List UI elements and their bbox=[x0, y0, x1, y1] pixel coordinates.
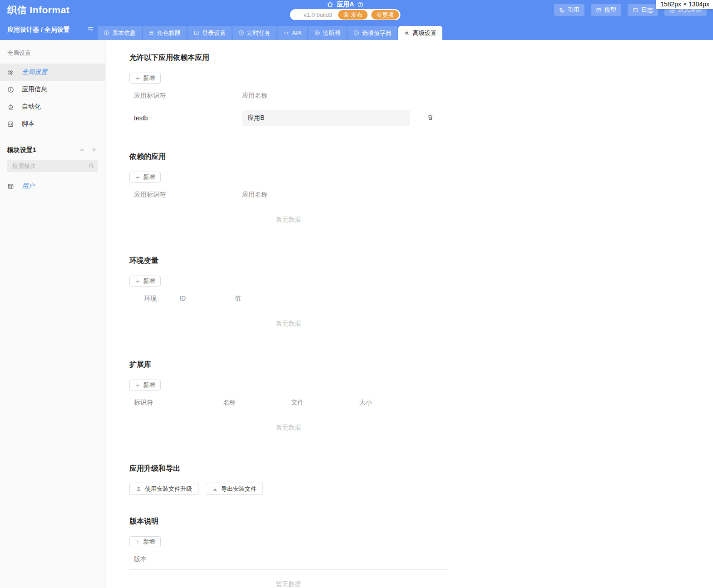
empty-state: 暂无数据 bbox=[129, 309, 447, 338]
add-button-label: 新增 bbox=[143, 277, 155, 285]
sidebar-item-global-settings[interactable]: 全局设置 bbox=[0, 64, 105, 81]
model-button[interactable]: 模型 bbox=[591, 4, 621, 16]
triangle-icon bbox=[79, 147, 85, 153]
section-title: 允许以下应用依赖本应用 bbox=[129, 53, 447, 63]
section-allowed-dependents: 允许以下应用依赖本应用 新增 应用标识符 应用名称 testb bbox=[129, 53, 447, 130]
column-header: 名称 bbox=[195, 399, 263, 407]
tab-label: 基本信息 bbox=[112, 29, 136, 37]
tab-login-settings[interactable]: 登录设置 bbox=[188, 26, 232, 40]
add-module-button[interactable] bbox=[90, 146, 98, 154]
script-file-icon bbox=[7, 121, 14, 128]
sidebar-item-label: 自动化 bbox=[22, 103, 41, 111]
reference-label: 引用 bbox=[568, 6, 579, 14]
info-circle-icon bbox=[7, 86, 14, 93]
tab-scheduled-tasks[interactable]: 定时任务 bbox=[233, 26, 277, 40]
column-header: 应用名称 bbox=[242, 191, 447, 199]
changes-button[interactable]: 变更项 bbox=[371, 10, 399, 20]
tab-label: 定时任务 bbox=[247, 29, 271, 37]
add-button-label: 新增 bbox=[143, 74, 155, 82]
tab-label: API bbox=[292, 30, 302, 36]
tab-role-permissions[interactable]: 角色权限 bbox=[143, 26, 187, 40]
home-icon[interactable] bbox=[327, 1, 333, 8]
publish-label: 发布 bbox=[351, 11, 362, 19]
sidebar-item-script[interactable]: 脚本 bbox=[0, 115, 105, 133]
tab-advanced-settings[interactable]: 高级设置 bbox=[398, 26, 442, 40]
settings-tabs: 基本信息 角色权限 登录设置 定时任务 API bbox=[98, 20, 442, 40]
gear-icon bbox=[404, 30, 410, 36]
empty-state: 暂无数据 bbox=[129, 570, 447, 588]
tab-label: 高级设置 bbox=[413, 29, 436, 37]
module-collapse-button[interactable] bbox=[78, 146, 86, 154]
section-title: 环境变量 bbox=[129, 256, 447, 266]
add-button-label: 新增 bbox=[143, 173, 155, 181]
module-search-input[interactable] bbox=[7, 160, 98, 172]
column-header: 应用标识符 bbox=[129, 92, 242, 100]
publish-button[interactable]: 发布 bbox=[338, 10, 367, 20]
sidebar-item-app-info[interactable]: 应用信息 bbox=[0, 81, 105, 98]
add-button-label: 新增 bbox=[143, 381, 155, 389]
delete-row-button[interactable] bbox=[427, 114, 434, 123]
sidebar-item-automation[interactable]: 自动化 bbox=[0, 98, 105, 115]
tab-api[interactable]: API bbox=[277, 26, 307, 40]
add-button-label: 新增 bbox=[143, 538, 155, 546]
add-button[interactable]: 新增 bbox=[129, 172, 161, 183]
module-section-header: 模块设置1 bbox=[0, 145, 105, 155]
add-button[interactable]: 新增 bbox=[129, 73, 161, 84]
table-header: 应用标识符 应用名称 bbox=[129, 92, 447, 106]
column-header: 应用名称 bbox=[242, 92, 447, 100]
plus-icon bbox=[135, 279, 140, 284]
clock-icon bbox=[238, 30, 244, 36]
login-box-icon bbox=[193, 30, 199, 36]
add-button[interactable]: 新增 bbox=[129, 276, 161, 287]
column-header: 大小 bbox=[332, 399, 400, 407]
tab-option-dictionary[interactable]: 选项值字典 bbox=[347, 26, 397, 40]
app-name-input[interactable] bbox=[242, 110, 410, 126]
outdent-icon bbox=[87, 26, 94, 33]
tab-basic-info[interactable]: 基本信息 bbox=[98, 26, 142, 40]
section-env-variables: 环境变量 新增 环境 ID 值 暂无数据 bbox=[129, 256, 447, 338]
upgrade-export-buttons: 使用安装文件升级 导出安装文件 bbox=[129, 483, 447, 495]
collapse-sidebar-button[interactable] bbox=[87, 25, 94, 35]
log-button[interactable]: 日志 bbox=[628, 4, 658, 16]
log-label: 日志 bbox=[641, 6, 653, 14]
sidebar-section-label: 全局设置 bbox=[0, 49, 105, 57]
app-header: 织信 Informat 应用A v1.0 build3 发布 变更项 bbox=[0, 0, 713, 20]
upgrade-from-file-button[interactable]: 使用安装文件升级 bbox=[129, 483, 198, 495]
add-button[interactable]: 新增 bbox=[129, 536, 161, 547]
breadcrumb: 应用设计器 / 全局设置 bbox=[0, 20, 87, 40]
export-install-file-button[interactable]: 导出安装文件 bbox=[206, 483, 263, 495]
section-extension-libs: 扩展库 新增 标识符 名称 文件 大小 暂无数据 bbox=[129, 360, 447, 442]
column-header: 版本 bbox=[129, 555, 147, 563]
column-header: 应用标识符 bbox=[129, 191, 242, 199]
empty-state: 暂无数据 bbox=[129, 413, 447, 442]
table-row: testb bbox=[129, 106, 447, 130]
sidebar-item-label: 应用信息 bbox=[22, 85, 47, 94]
export-button-label: 导出安装文件 bbox=[221, 485, 257, 493]
download-icon bbox=[212, 486, 218, 492]
question-circle-icon[interactable] bbox=[357, 1, 364, 8]
header-center: 应用A v1.0 build3 发布 变更项 bbox=[290, 0, 401, 20]
section-title: 版本说明 bbox=[129, 517, 447, 526]
version-pill: v1.0 build3 发布 变更项 bbox=[290, 9, 401, 20]
add-button[interactable]: 新增 bbox=[129, 380, 161, 390]
tab-listeners[interactable]: 监听器 bbox=[308, 26, 347, 40]
brand-logo: 织信 Informat bbox=[7, 4, 69, 16]
empty-state: 暂无数据 bbox=[129, 205, 447, 234]
section-title: 扩展库 bbox=[129, 360, 447, 370]
app-title: 应用A bbox=[337, 0, 354, 9]
section-upgrade-export: 应用升级和导出 使用安装文件升级 导出安装文件 bbox=[129, 464, 447, 495]
reference-button[interactable]: 引用 bbox=[554, 4, 584, 16]
grid-icon bbox=[596, 7, 602, 13]
tab-label: 角色权限 bbox=[157, 29, 181, 37]
sidebar-item-label: 脚本 bbox=[22, 120, 35, 128]
automation-icon bbox=[7, 104, 14, 110]
sidebar-item-module-users[interactable]: 用户 bbox=[0, 178, 105, 195]
target-icon bbox=[314, 30, 320, 36]
section-title: 依赖的应用 bbox=[129, 152, 447, 162]
designer-subheader: 应用设计器 / 全局设置 基本信息 角色权限 登录设置 bbox=[0, 20, 713, 40]
viewport-size-tooltip: 1582px × 1304px bbox=[656, 0, 713, 9]
branch-icon bbox=[559, 7, 565, 13]
upgrade-button-label: 使用安装文件升级 bbox=[145, 485, 192, 493]
version-label: v1.0 build3 bbox=[290, 11, 338, 18]
plus-icon bbox=[135, 383, 140, 388]
